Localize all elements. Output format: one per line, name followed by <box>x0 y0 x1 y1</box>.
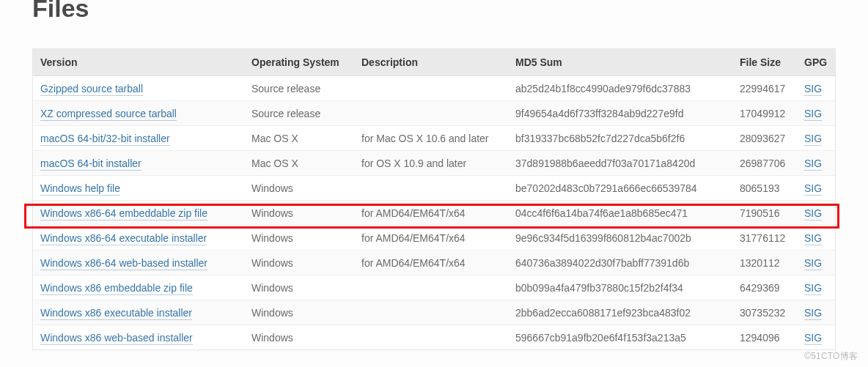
cell-gpg: SIG <box>797 76 835 101</box>
cell-desc: for Mac OS X 10.6 and later <box>354 126 508 151</box>
cell-md5: bf319337bc68b52fc7d227dca5b6f2f6 <box>508 126 732 151</box>
table-row: Windows x86-64 executable installerWindo… <box>33 226 835 251</box>
cell-gpg: SIG <box>797 126 835 151</box>
cell-size: 6429369 <box>732 275 797 300</box>
download-link[interactable]: Gzipped source tarball <box>40 83 143 96</box>
gpg-sig-link[interactable]: SIG <box>804 108 822 121</box>
cell-desc <box>354 101 508 126</box>
cell-md5: be70202d483c0b7291a666ec66539784 <box>508 176 732 201</box>
cell-desc: for AMD64/EM64T/x64 <box>354 201 508 226</box>
cell-os: Windows <box>244 325 354 350</box>
cell-size: 30735232 <box>732 300 797 325</box>
table-row: Gzipped source tarballSource releaseab25… <box>33 76 835 101</box>
cell-desc <box>354 76 508 101</box>
cell-version: macOS 64-bit/32-bit installer <box>33 126 244 151</box>
cell-gpg: SIG <box>797 226 835 251</box>
cell-gpg: SIG <box>797 176 835 201</box>
cell-size: 17049912 <box>732 101 797 126</box>
table-row: macOS 64-bit/32-bit installerMac OS Xfor… <box>33 126 835 151</box>
cell-size: 1294096 <box>732 325 797 350</box>
col-os: Operating System <box>244 49 354 76</box>
cell-version: Windows help file <box>33 176 244 201</box>
cell-version: Windows x86 embeddable zip file <box>33 275 244 300</box>
gpg-sig-link[interactable]: SIG <box>804 257 822 270</box>
cell-md5: 04cc4f6f6a14ba74f6ae1a8b685ec471 <box>508 201 732 226</box>
cell-size: 7190516 <box>732 201 797 226</box>
gpg-sig-link[interactable]: SIG <box>804 157 822 171</box>
cell-version: Windows x86-64 embeddable zip file <box>33 201 244 226</box>
download-link[interactable]: Windows x86-64 embeddable zip file <box>40 207 207 220</box>
download-link[interactable]: XZ compressed source tarball <box>40 108 177 121</box>
files-table: Version Operating System Description MD5… <box>33 49 835 349</box>
cell-gpg: SIG <box>797 300 835 325</box>
cell-desc <box>354 275 508 300</box>
watermark: ©51CTO博客 <box>804 350 858 363</box>
cell-version: Windows x86-64 executable installer <box>33 226 244 251</box>
cell-md5: 9e96c934f5d16399f860812b4ac7002b <box>508 226 732 251</box>
table-header-row: Version Operating System Description MD5… <box>33 49 835 76</box>
cell-os: Mac OS X <box>244 126 354 151</box>
cell-version: Gzipped source tarball <box>33 76 244 101</box>
download-link[interactable]: Windows x86 embeddable zip file <box>40 282 193 295</box>
cell-gpg: SIG <box>797 101 835 126</box>
cell-os: Source release <box>244 101 354 126</box>
cell-gpg: SIG <box>797 325 835 350</box>
table-row: Windows x86 web-based installerWindows59… <box>33 325 835 350</box>
cell-size: 22994617 <box>732 76 797 101</box>
cell-desc: for AMD64/EM64T/x64 <box>354 226 508 251</box>
cell-size: 28093627 <box>732 126 797 151</box>
page-title: Files <box>32 0 836 21</box>
cell-md5: 9f49654a4d6f733ff3284ab9d227e9fd <box>508 101 732 126</box>
table-row: Windows x86 executable installerWindows2… <box>33 300 835 325</box>
cell-desc <box>354 325 508 350</box>
gpg-sig-link[interactable]: SIG <box>804 182 822 196</box>
download-link[interactable]: Windows x86 executable installer <box>40 307 192 320</box>
gpg-sig-link[interactable]: SIG <box>804 133 822 146</box>
cell-desc <box>354 300 508 325</box>
cell-os: Windows <box>244 251 354 275</box>
download-link[interactable]: Windows x86-64 executable installer <box>40 232 207 245</box>
download-link[interactable]: macOS 64-bit/32-bit installer <box>40 133 170 146</box>
cell-gpg: SIG <box>797 275 835 300</box>
cell-desc: for OS X 10.9 and later <box>354 151 508 176</box>
cell-os: Windows <box>244 226 354 251</box>
cell-desc <box>354 176 508 201</box>
cell-md5: b0b099a4fa479fb37880c15f2b2f4f34 <box>508 275 732 300</box>
cell-version: macOS 64-bit installer <box>33 151 244 176</box>
cell-version: XZ compressed source tarball <box>33 101 244 126</box>
gpg-sig-link[interactable]: SIG <box>804 332 822 345</box>
files-table-container: Version Operating System Description MD5… <box>32 48 836 350</box>
cell-size: 26987706 <box>732 151 797 176</box>
cell-md5: 596667cb91a9fb20e6f4f153f3a213a5 <box>508 325 732 350</box>
download-link[interactable]: Windows help file <box>40 182 120 196</box>
gpg-sig-link[interactable]: SIG <box>804 83 822 96</box>
col-md5: MD5 Sum <box>508 49 732 76</box>
gpg-sig-link[interactable]: SIG <box>804 307 822 320</box>
download-link[interactable]: Windows x86-64 web-based installer <box>40 257 207 270</box>
col-version: Version <box>33 49 244 76</box>
cell-md5: ab25d24b1f8cc4990ade979f6dc37883 <box>508 76 732 101</box>
cell-md5: 37d891988b6aeedd7f03a70171a8420d <box>508 151 732 176</box>
col-size: File Size <box>732 49 797 76</box>
cell-size: 8065193 <box>732 176 797 201</box>
download-link[interactable]: Windows x86 web-based installer <box>40 332 193 345</box>
download-link[interactable]: macOS 64-bit installer <box>40 157 141 171</box>
cell-version: Windows x86-64 web-based installer <box>33 251 244 275</box>
cell-os: Source release <box>244 76 354 101</box>
table-row: Windows x86-64 web-based installerWindow… <box>33 251 835 275</box>
cell-version: Windows x86 executable installer <box>33 300 244 325</box>
cell-os: Windows <box>244 300 354 325</box>
table-row: macOS 64-bit installerMac OS Xfor OS X 1… <box>33 151 835 176</box>
gpg-sig-link[interactable]: SIG <box>804 232 822 245</box>
table-row: XZ compressed source tarballSource relea… <box>33 101 835 126</box>
cell-os: Mac OS X <box>244 151 354 176</box>
cell-os: Windows <box>244 176 354 201</box>
table-row: Windows x86-64 embeddable zip fileWindow… <box>33 201 835 226</box>
table-row: Windows help fileWindowsbe70202d483c0b72… <box>33 176 835 201</box>
cell-md5: 640736a3894022d30f7babff77391d6b <box>508 251 732 275</box>
col-gpg: GPG <box>797 49 835 76</box>
table-row: Windows x86 embeddable zip fileWindowsb0… <box>33 275 835 300</box>
gpg-sig-link[interactable]: SIG <box>804 282 822 295</box>
cell-os: Windows <box>244 275 354 300</box>
gpg-sig-link[interactable]: SIG <box>804 207 822 220</box>
